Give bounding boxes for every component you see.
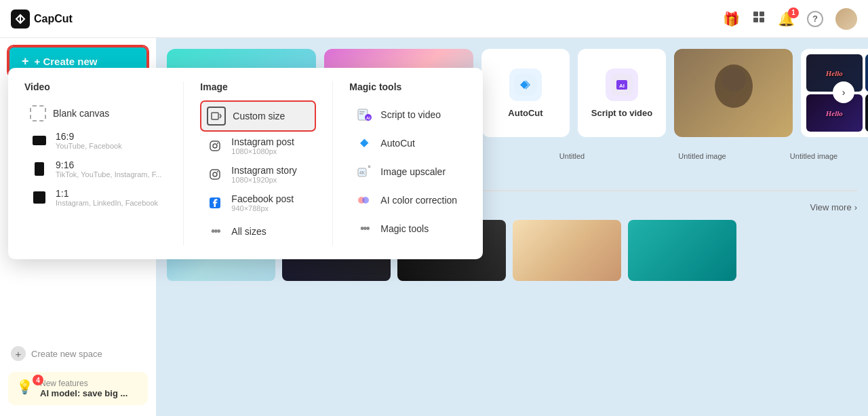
svg-rect-20 — [212, 113, 218, 119]
template-thumb-5[interactable] — [628, 220, 736, 281]
notifications-button[interactable]: 🔔 1 — [778, 11, 795, 27]
magic-tools-all-icon: ••• — [355, 219, 374, 238]
dropdown-instagram-story[interactable]: Instagram story 1080×1920px — [200, 160, 316, 189]
16-9-label: 16:9 — [56, 131, 74, 142]
dropdown-magic-tools-all[interactable]: ••• Magic tools — [349, 214, 465, 243]
autocut-label: AutoCut — [508, 108, 542, 118]
ai-color-label: AI color correction — [380, 195, 457, 206]
image-upscaler-icon: 4K — [355, 162, 374, 181]
16-9-text: 16:9 YouTube, Facebook — [56, 131, 122, 150]
9-16-sub: TikTok, YouTube, Instagram, F... — [56, 170, 161, 178]
dropdown-9-16[interactable]: 9:16 TikTok, YouTube, Instagram, F... — [24, 155, 167, 183]
instagram-post-text: Instagram post 1080×1080px — [231, 136, 294, 155]
blank-canvas-label: Blank canvas — [53, 108, 109, 119]
svg-rect-30 — [359, 113, 363, 115]
svg-point-17 — [722, 67, 746, 92]
topbar: CapCut 🎁 🔔 1 ? — [0, 0, 868, 38]
instagram-story-sub: 1080×1920px — [231, 176, 296, 184]
dropdown-all-sizes[interactable]: ••• All sizes — [200, 217, 316, 246]
instagram-post-icon — [205, 136, 224, 155]
create-new-label: + Create new — [35, 56, 98, 67]
script-to-video-label: Script to video — [591, 108, 652, 118]
svg-text:AI: AI — [366, 116, 370, 120]
custom-size-icon — [207, 107, 226, 126]
dropdown-menu: Video Blank canvas 16:9 YouTube, Faceboo… — [8, 68, 483, 259]
svg-point-26 — [217, 171, 218, 172]
all-sizes-label: All sizes — [231, 226, 266, 237]
help-icon: ? — [807, 11, 823, 27]
template-thumb-4[interactable] — [513, 220, 621, 281]
logo[interactable]: CapCut — [11, 10, 73, 29]
create-space-button[interactable]: + Create new space — [8, 341, 148, 366]
svg-text:4K: 4K — [359, 170, 366, 175]
app-name: CapCut — [34, 13, 73, 25]
instagram-story-label: Instagram story — [231, 165, 296, 176]
16-9-icon — [30, 131, 49, 150]
dropdown-facebook-post[interactable]: Facebook post 940×788px — [200, 189, 316, 217]
svg-rect-3 — [760, 12, 764, 16]
view-more-link[interactable]: View more › — [810, 202, 857, 212]
dropdown-video-title: Video — [24, 81, 167, 92]
dropdown-16-9[interactable]: 16:9 YouTube, Facebook — [24, 126, 167, 155]
plus-icon: + — [22, 54, 29, 69]
1-1-text: 1:1 Instagram, LinkedIn, Facebook — [56, 188, 158, 207]
dropdown-ai-color[interactable]: AI color correction — [349, 186, 465, 214]
notification-badge: 1 — [788, 7, 799, 18]
1-1-sub: Instagram, LinkedIn, Facebook — [56, 199, 158, 207]
dropdown-blank-canvas[interactable]: Blank canvas — [24, 100, 167, 126]
16-9-sub: YouTube, Facebook — [56, 142, 122, 150]
grid-icon — [752, 10, 766, 27]
dropdown-instagram-post[interactable]: Instagram post 1080×1080px — [200, 132, 316, 160]
dropdown-image-col: Image Custom size — [183, 81, 332, 246]
svg-rect-5 — [760, 18, 764, 22]
all-sizes-icon: ••• — [205, 222, 224, 241]
instagram-story-icon — [205, 165, 224, 184]
facebook-icon — [205, 193, 224, 212]
9-16-label: 9:16 — [56, 159, 74, 170]
dropdown-script-to-video[interactable]: AI Script to video — [349, 100, 465, 129]
new-features-badge: 4 — [33, 375, 43, 385]
image-card-inner — [674, 49, 793, 137]
create-space-label: Create new space — [31, 349, 102, 359]
9-16-text: 9:16 TikTok, YouTube, Instagram, F... — [56, 159, 161, 178]
autocut-icon-box — [509, 69, 542, 101]
dropdown-magic-title: Magic tools — [349, 81, 465, 92]
1-1-label: 1:1 — [56, 188, 68, 199]
avatar[interactable] — [835, 8, 857, 30]
dashed-canvas-icon — [30, 105, 46, 121]
ai-color-icon — [355, 191, 374, 210]
face-image — [674, 49, 793, 137]
facebook-post-sub: 940×788px — [231, 204, 294, 212]
card-labels-row: Untitled Untitled image Untitled image — [502, 147, 868, 162]
custom-size-label: Custom size — [233, 111, 285, 121]
carousel-next-button[interactable]: › — [833, 81, 854, 103]
image-upscaler-label: Image upscaler — [380, 166, 446, 177]
9-16-icon — [30, 159, 49, 178]
untitled-text-3: Untitled image — [790, 152, 837, 160]
new-features-desc: AI model: save big ... — [40, 388, 127, 398]
grid-item-2: Hello — [865, 54, 869, 92]
dropdown-autocut[interactable]: AutoCut — [349, 129, 465, 157]
gift-icon: 🎁 — [723, 11, 740, 27]
dropdown-1-1[interactable]: 1:1 Instagram, LinkedIn, Facebook — [24, 183, 167, 212]
dropdown-image-title: Image — [200, 81, 316, 92]
grid-button[interactable] — [752, 10, 766, 27]
dropdown-image-upscaler[interactable]: 4K Image upscaler — [349, 157, 465, 186]
image-card-untitled[interactable] — [674, 49, 793, 137]
script-to-video-magic-label: Script to video — [380, 109, 441, 120]
script-to-video-card[interactable]: AI Script to video — [578, 49, 666, 137]
svg-point-23 — [217, 143, 218, 144]
untitled-label-1: Untitled — [513, 149, 631, 162]
new-features-card[interactable]: 💡 4 New features AI model: save big ... — [8, 372, 148, 405]
dropdown-custom-size[interactable]: Custom size — [200, 100, 316, 132]
instagram-post-sub: 1080×1080px — [231, 147, 294, 155]
sidebar-bottom: + Create new space 💡 4 New features AI m… — [8, 341, 148, 416]
autocut-card[interactable]: AutoCut — [481, 49, 570, 137]
untitled-text-2: Untitled image — [678, 152, 726, 160]
1-1-icon — [30, 188, 49, 207]
help-button[interactable]: ? — [807, 11, 823, 27]
gift-button[interactable]: 🎁 — [723, 11, 740, 27]
new-features-title: New features — [40, 379, 127, 388]
facebook-post-text: Facebook post 940×788px — [231, 193, 294, 212]
capcut-logo-icon — [11, 10, 30, 29]
